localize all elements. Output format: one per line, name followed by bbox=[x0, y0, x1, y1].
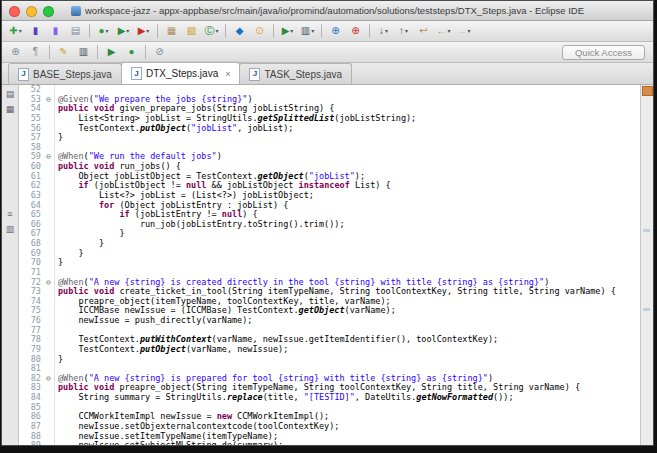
code-line: 73public void create_ticket_in_tool(Stri… bbox=[19, 287, 640, 297]
show-whitespace-button[interactable]: ¶ bbox=[26, 44, 45, 61]
fold-margin bbox=[43, 326, 55, 336]
debug-last-button[interactable]: ● bbox=[122, 44, 141, 61]
code-text bbox=[58, 143, 640, 153]
search-icon: ⊙ bbox=[255, 26, 263, 36]
open-type-button[interactable]: ◆ bbox=[230, 23, 249, 40]
code-line: 75 ICCMBase newIssue = (ICCMBase) TestCo… bbox=[19, 306, 640, 316]
fold-margin bbox=[43, 258, 55, 268]
print-icon: ▤ bbox=[71, 26, 80, 36]
last-edit-location-icon: ↩ bbox=[419, 26, 427, 36]
code-text: String summary = StringUtils.replace(tit… bbox=[58, 393, 640, 403]
title-bar: workspace-jazz - appx-appbase/src/main/j… bbox=[2, 1, 653, 21]
restore-package-explorer-icon[interactable]: ▤ bbox=[4, 88, 16, 100]
code-line: 62 if (jobListObject != null && jobListO… bbox=[19, 181, 640, 191]
fold-margin bbox=[43, 393, 55, 403]
new-java-project-button[interactable]: ▦ bbox=[162, 23, 181, 40]
skip-breakpoints-button[interactable]: ⊘ bbox=[150, 44, 169, 61]
new-wizard-button[interactable]: ✚▾ bbox=[6, 23, 25, 40]
line-number: 89 bbox=[19, 441, 43, 445]
coverage-icon: ▶ bbox=[138, 26, 146, 36]
close-tab-icon[interactable]: × bbox=[225, 69, 230, 79]
fold-marker-icon[interactable]: ⊖ bbox=[43, 278, 55, 288]
code-line: 53⊖@Given("We prepare the jobs {string}"… bbox=[19, 95, 640, 105]
code-text: } bbox=[58, 258, 640, 268]
code-text: } bbox=[58, 249, 640, 259]
fold-marker-icon[interactable]: ⊖ bbox=[43, 95, 55, 105]
tab-task-steps-java[interactable]: JTASK_Steps.java bbox=[239, 63, 352, 84]
next-annotation-icon: ↓ bbox=[379, 26, 384, 36]
fold-margin bbox=[43, 403, 55, 413]
synchronize-button[interactable]: ⊕ bbox=[326, 23, 345, 40]
quick-access-button[interactable]: Quick Access bbox=[562, 45, 645, 60]
save-icon: ▮ bbox=[33, 26, 39, 36]
code-text bbox=[58, 85, 640, 95]
tab-base-steps-java[interactable]: JBASE_Steps.java bbox=[8, 63, 122, 84]
fold-margin bbox=[43, 220, 55, 230]
code-text: @When("A new {string} is prepared for to… bbox=[58, 374, 640, 384]
fold-margin bbox=[43, 162, 55, 172]
code-text: ICCMBase newIssue = (ICCMBase) TestConte… bbox=[58, 306, 640, 316]
open-type-icon: ◆ bbox=[236, 26, 244, 36]
next-annotation-button[interactable]: ↓▾ bbox=[374, 23, 393, 40]
back-icon: ← bbox=[436, 26, 446, 36]
overview-ruler-marker[interactable] bbox=[643, 229, 650, 232]
print-button[interactable]: ▤ bbox=[66, 23, 85, 40]
code-text: @When("A new {string} is created directl… bbox=[58, 278, 640, 288]
fold-marker-icon[interactable]: ⊖ bbox=[43, 152, 55, 162]
code-text: Object jobListObject = TestContext.getOb… bbox=[58, 172, 640, 182]
back-button[interactable]: ←▾ bbox=[434, 23, 453, 40]
coverage-button[interactable]: ▶▾ bbox=[134, 23, 153, 40]
external-tools-icon: ▶ bbox=[282, 26, 290, 36]
new-class-button[interactable]: Ⓒ▾ bbox=[202, 23, 221, 40]
forward-button[interactable]: →▾ bbox=[454, 23, 473, 40]
chevron-down-icon: ▾ bbox=[447, 28, 450, 34]
open-console-button[interactable]: ▥▾ bbox=[298, 23, 317, 40]
last-edit-location-button[interactable]: ↩ bbox=[414, 23, 433, 40]
code-line: 85 bbox=[19, 403, 640, 413]
code-text: TestContext.putObject("jobList", jobList… bbox=[58, 124, 640, 134]
eclipse-window: workspace-jazz - appx-appbase/src/main/j… bbox=[1, 0, 654, 446]
fold-margin bbox=[43, 210, 55, 220]
pin-editor-button[interactable]: ⊕ bbox=[6, 44, 25, 61]
close-window-button[interactable] bbox=[9, 6, 20, 17]
run-button[interactable]: ▶▾ bbox=[114, 23, 133, 40]
code-text bbox=[58, 326, 640, 336]
code-text: List<String> jobList = StringUtils.getSp… bbox=[58, 114, 640, 124]
code-text: public void create_ticket_in_tool(String… bbox=[58, 287, 640, 297]
prev-annotation-button[interactable]: ↑▾ bbox=[394, 23, 413, 40]
save-all-button[interactable]: ▮ bbox=[46, 23, 65, 40]
external-tools-button[interactable]: ▶▾ bbox=[278, 23, 297, 40]
save-button[interactable]: ▮ bbox=[26, 23, 45, 40]
code-line: 67 } bbox=[19, 229, 640, 239]
block-selection-button[interactable]: ▥ bbox=[74, 44, 93, 61]
code-text bbox=[58, 268, 640, 278]
restore-outline-icon[interactable]: ≡ bbox=[4, 208, 16, 220]
code-line: 81 bbox=[19, 364, 640, 374]
search-button[interactable]: ⊙ bbox=[250, 23, 269, 40]
code-editor[interactable]: 5253⊖@Given("We prepare the jobs {string… bbox=[19, 85, 640, 445]
run-icon: ▶ bbox=[118, 26, 126, 36]
editor-tab-bar: JBASE_Steps.javaJDTX_Steps.java×JTASK_St… bbox=[2, 63, 653, 85]
restore-hierarchy-icon[interactable]: ▦ bbox=[4, 103, 16, 115]
new-package-button[interactable]: ▧ bbox=[182, 23, 201, 40]
tab-dtx-steps-java[interactable]: JDTX_Steps.java× bbox=[121, 62, 241, 84]
prev-annotation-icon: ↑ bbox=[399, 26, 404, 36]
code-line: 79 TestContext.putObject(varName, newIss… bbox=[19, 345, 640, 355]
code-line: 56 TestContext.putObject("jobList", jobL… bbox=[19, 124, 640, 134]
mark-occurrences-button[interactable]: ✎ bbox=[54, 44, 73, 61]
overview-ruler-marker[interactable] bbox=[643, 308, 650, 311]
debug-button[interactable]: ●▾ bbox=[94, 23, 113, 40]
code-text: TestContext.putObject(varName, newIssue)… bbox=[58, 345, 640, 355]
fold-margin bbox=[43, 287, 55, 297]
overview-ruler[interactable] bbox=[640, 85, 653, 445]
open-console-icon: ▥ bbox=[301, 26, 310, 36]
minimize-window-button[interactable] bbox=[26, 6, 37, 17]
run-last-button[interactable]: ▶ bbox=[102, 44, 121, 61]
code-line: 64 for (Object jobListEntry : jobList) { bbox=[19, 201, 640, 211]
java-file-icon: J bbox=[131, 67, 142, 80]
restore-tasks-icon[interactable]: ▥ bbox=[4, 223, 16, 235]
zoom-window-button[interactable] bbox=[43, 6, 54, 17]
fold-marker-icon[interactable]: ⊖ bbox=[43, 374, 55, 384]
team-commit-button[interactable]: ⊕ bbox=[346, 23, 365, 40]
team-commit-icon: ⊕ bbox=[351, 26, 359, 36]
